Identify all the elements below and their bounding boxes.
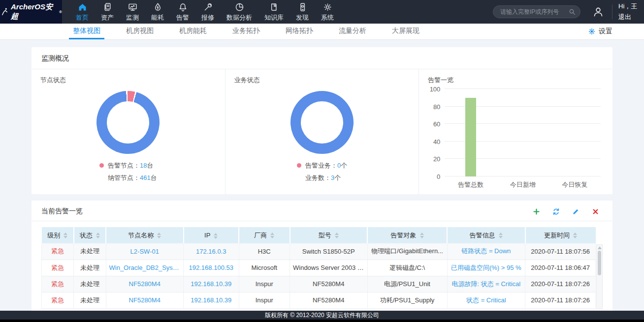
- y-tick-label: 40: [433, 138, 440, 145]
- table-row[interactable]: 紧急未处理L2-SW-01172.16.0.3H3CSwitch S1850-5…: [42, 243, 596, 260]
- cell-node-name[interactable]: L2-SW-01: [106, 243, 184, 260]
- cell-alert-object: 逻辑磁盘/C:\: [367, 260, 447, 276]
- nav-item-alarm[interactable]: 告警: [176, 1, 189, 22]
- legend-item: 纳管节点：461台: [99, 172, 157, 184]
- nav-item-system[interactable]: 系统: [321, 1, 334, 22]
- sort-icon[interactable]: [64, 233, 67, 238]
- cell-node-name[interactable]: NF5280M4: [106, 276, 184, 292]
- tab-room-view[interactable]: 机房视图: [122, 24, 158, 39]
- col-header-node-name[interactable]: 节点名称: [106, 227, 184, 243]
- nav-item-data-analysis[interactable]: 数据分析: [226, 1, 252, 22]
- cell-node-name[interactable]: Win_Oracle_DB2_Sysba...: [106, 260, 184, 276]
- tab-business-topology[interactable]: 业务拓扑: [228, 24, 264, 39]
- alerts-title: 当前告警一览: [41, 207, 83, 216]
- nav-item-home[interactable]: 首页: [76, 1, 89, 22]
- app-logo[interactable]: ArcherOS安超®: [0, 0, 62, 24]
- col-header-label: 级别: [47, 232, 60, 239]
- nav-item-repair[interactable]: 报修: [201, 1, 214, 22]
- col-header-alert-object[interactable]: 告警对象: [367, 227, 447, 243]
- col-header-ip[interactable]: IP: [184, 227, 239, 243]
- nav-item-knowledge-base[interactable]: 知识库: [264, 1, 284, 22]
- sort-icon[interactable]: [573, 233, 577, 238]
- delete-button[interactable]: [591, 207, 600, 216]
- x-category-label: 告警总数: [445, 180, 497, 189]
- overview-panels: 节点状态 告警节点：18台纳管节点：461台 业务状态 告警业务：0个业务数：3…: [32, 69, 612, 194]
- refresh-button[interactable]: [551, 207, 560, 216]
- navbar-right: Hi，王 退出: [493, 0, 644, 24]
- sort-icon[interactable]: [96, 233, 100, 238]
- table-row[interactable]: 紧急未处理NF5280M4192.168.10.39InspurNF5280M4…: [42, 292, 596, 308]
- col-header-status[interactable]: 状态: [74, 227, 106, 243]
- cell-ip[interactable]: 192.168.100.53: [184, 260, 239, 276]
- col-header-vendor[interactable]: 厂商: [239, 227, 290, 243]
- cell-alert-message[interactable]: 电源故障: 状态 = Critical: [447, 276, 525, 292]
- tab-traffic-analysis[interactable]: 流量分析: [335, 24, 370, 39]
- y-tick-label: 80: [433, 103, 440, 110]
- sort-icon[interactable]: [499, 233, 503, 238]
- node-status-legend: 告警节点：18台纳管节点：461台: [99, 159, 157, 184]
- scrollbar-up-arrow-icon[interactable]: [598, 246, 602, 249]
- legend-unit: 台: [151, 174, 157, 182]
- sort-icon[interactable]: [420, 233, 424, 238]
- cell-node-name[interactable]: NF5280M4: [106, 292, 184, 308]
- nav-item-label: 资产: [101, 13, 114, 22]
- cell-ip[interactable]: 192.168.10.39: [184, 276, 239, 292]
- col-header-label: 厂商: [254, 232, 267, 239]
- col-header-update-time[interactable]: 更新时间: [525, 227, 596, 243]
- x-category-label: 今日新增: [497, 180, 549, 189]
- col-header-model[interactable]: 型号: [290, 227, 368, 243]
- settings-button[interactable]: 设置: [588, 24, 612, 39]
- nav-item-label: 首页: [76, 13, 89, 22]
- scrollbar-thumb[interactable]: [598, 251, 601, 275]
- navbar-divider: [612, 4, 612, 19]
- cell-update-time: 2020-07-11 18:07:56: [525, 243, 596, 260]
- cell-update-time: 2020-07-11 18:07:26: [525, 292, 596, 308]
- cell-alert-message[interactable]: 已用磁盘空间(%) > 95 %: [447, 260, 525, 276]
- user-avatar-icon[interactable]: [592, 6, 604, 18]
- search-input[interactable]: [493, 5, 580, 18]
- tab-room-energy[interactable]: 机房能耗: [175, 24, 211, 39]
- home-icon: [77, 2, 88, 12]
- cell-model: Windows Server 2003 (...: [290, 260, 368, 276]
- cell-model: Switch S1850-52P: [290, 243, 368, 260]
- cell-ip[interactable]: 172.16.0.3: [184, 243, 239, 260]
- main-nav: 首页资产监测能耗告警报修数据分析知识库发现系统: [76, 0, 334, 24]
- tab-network-topology[interactable]: 网络拓扑: [282, 24, 317, 39]
- col-header-alert-message[interactable]: 告警信息: [447, 227, 525, 243]
- sort-icon[interactable]: [157, 233, 161, 238]
- sort-icon[interactable]: [335, 233, 339, 238]
- col-header-label: IP: [204, 232, 210, 239]
- alarm-icon: [178, 2, 188, 12]
- col-header-label: 告警信息: [470, 232, 495, 239]
- cell-alert-message[interactable]: 状态 = Critical: [447, 292, 525, 308]
- cell-ip[interactable]: 192.168.10.39: [184, 292, 239, 308]
- col-header-level[interactable]: 级别: [42, 227, 74, 243]
- logout-link[interactable]: 退出: [618, 13, 640, 22]
- nav-item-discovery[interactable]: 发现: [296, 1, 309, 22]
- search-icon[interactable]: [568, 8, 576, 16]
- add-button[interactable]: [532, 207, 541, 216]
- legend-item: 业务数：3个: [297, 172, 347, 184]
- bar-chart-y-axis: 020406080100: [428, 89, 445, 176]
- table-row[interactable]: 紧急未处理NF5280M4192.168.10.39InspurNF5280M4…: [42, 276, 596, 292]
- table-scrollbar[interactable]: [596, 244, 603, 309]
- nav-item-energy[interactable]: 能耗: [151, 1, 164, 22]
- tab-big-screen[interactable]: 大屏展现: [388, 24, 423, 39]
- sort-icon[interactable]: [270, 233, 274, 238]
- tab-overall-view[interactable]: 整体视图: [69, 24, 104, 39]
- cell-vendor: H3C: [239, 243, 290, 260]
- edit-button[interactable]: [571, 207, 580, 216]
- view-tabs: 整体视图机房视图机房能耗业务拓扑网络拓扑流量分析大屏展现: [69, 24, 423, 39]
- table-row[interactable]: 紧急未处理Win_Oracle_DB2_Sysba...192.168.100.…: [42, 260, 596, 276]
- y-tick-label: 20: [433, 155, 440, 163]
- assets-icon: [102, 2, 113, 12]
- nav-item-assets[interactable]: 资产: [101, 1, 114, 22]
- bottom-strip: [0, 320, 644, 322]
- sort-icon[interactable]: [214, 233, 218, 239]
- nav-item-monitoring[interactable]: 监测: [126, 1, 139, 22]
- cell-alert-message[interactable]: 链路状态 = Down: [447, 243, 525, 260]
- footer: 版权所有 © 2012-2020 安超云软件有限公司: [0, 311, 644, 322]
- close-icon: [591, 207, 600, 216]
- legend-label: 告警节点：: [108, 161, 140, 170]
- refresh-icon: [552, 207, 560, 216]
